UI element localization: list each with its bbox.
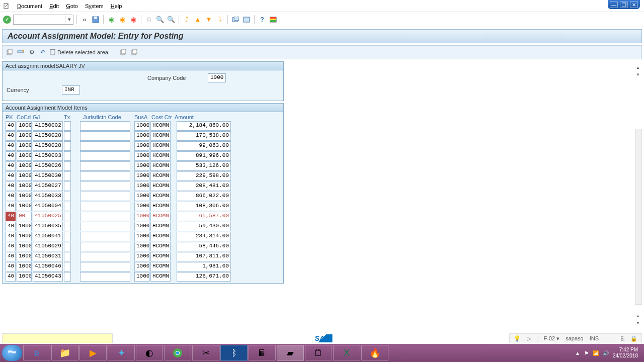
cell-cocd[interactable]: 1000 — [17, 171, 32, 181]
cell-pk[interactable]: 40 — [6, 182, 16, 191]
settings-icon[interactable]: ⚙ — [28, 48, 36, 56]
back-nav-icon[interactable]: ◉ — [107, 15, 116, 24]
cell-jur[interactable] — [80, 232, 130, 241]
save-icon[interactable] — [91, 15, 100, 24]
tray-network-icon[interactable]: 📶 — [593, 350, 599, 356]
table-row[interactable]: 401000410500021000HCOMN2,184,860.00 — [4, 121, 282, 131]
cell-amount[interactable]: 1,981.00 — [177, 262, 231, 272]
cell-cocd[interactable]: 1000 — [17, 252, 32, 261]
cell-busa[interactable]: 1000 — [134, 151, 149, 161]
cell-amount[interactable]: 170,538.00 — [177, 131, 231, 141]
cell-pk[interactable]: 40 — [6, 252, 16, 261]
cell-busa[interactable]: 1000 — [134, 242, 149, 251]
currency-field[interactable]: INR — [62, 85, 80, 95]
cell-gl[interactable]: 41050046 — [33, 262, 63, 272]
cell-tx[interactable] — [64, 232, 71, 241]
cell-pk[interactable]: 40 — [6, 192, 16, 201]
cell-amount[interactable]: 65,587.00 — [177, 212, 231, 221]
cell-cocd[interactable]: 1000 — [17, 131, 32, 141]
cell-tx[interactable] — [64, 262, 71, 272]
cell-gl[interactable]: 41050027 — [33, 182, 63, 191]
cell-gl[interactable]: 41050025 — [33, 212, 63, 221]
cell-amount[interactable]: 533,126.00 — [177, 161, 231, 171]
cell-jur[interactable] — [80, 141, 130, 151]
cell-amount[interactable]: 126,071.00 — [177, 272, 231, 282]
cell-amount[interactable]: 58,446.00 — [177, 242, 231, 251]
cell-cocd[interactable]: 1000 — [17, 161, 32, 171]
cell-busa[interactable]: 1000 — [134, 141, 149, 151]
cell-costctr[interactable]: HCOMN — [150, 121, 171, 131]
cell-tx[interactable] — [64, 192, 71, 201]
cell-pk[interactable]: 40 — [6, 171, 16, 181]
taskbar-media[interactable]: ▶ — [79, 345, 107, 361]
table-row[interactable]: 401000410500261000HCOMN533,126.00 — [4, 161, 282, 171]
cell-busa[interactable]: 1000 — [134, 262, 149, 272]
vertical-scrollbar[interactable] — [635, 129, 642, 305]
cell-costctr[interactable]: HCOMN — [150, 242, 171, 251]
cell-tx[interactable] — [64, 212, 71, 221]
cell-busa[interactable]: 1000 — [134, 202, 149, 211]
back-icon[interactable]: « — [80, 15, 89, 24]
cell-costctr[interactable]: HCOMN — [150, 182, 171, 191]
company-code-field[interactable]: 1000 — [208, 73, 226, 82]
page-scroll-down-icon[interactable]: ▼ — [636, 321, 640, 325]
paste-icon[interactable] — [130, 48, 138, 56]
cell-pk[interactable]: 40 — [6, 161, 16, 171]
restore-button[interactable]: ❐ — [620, 1, 628, 8]
cell-tx[interactable] — [64, 151, 71, 161]
cell-tx[interactable] — [64, 252, 71, 261]
cell-jur[interactable] — [80, 121, 130, 131]
cell-costctr[interactable]: HCOMN — [150, 262, 171, 272]
cell-busa[interactable]: 1000 — [134, 182, 149, 191]
cell-busa[interactable]: 1000 — [134, 252, 149, 261]
cell-gl[interactable]: 41050029 — [33, 242, 63, 251]
menu-system[interactable]: System — [85, 3, 104, 9]
cell-pk[interactable]: 40 — [6, 222, 16, 231]
undo-icon[interactable]: ↶ — [39, 48, 47, 56]
taskbar-bluetooth[interactable]: ᛒ — [220, 345, 248, 361]
cancel-icon[interactable]: ◉ — [129, 15, 138, 24]
page-scroll-up-icon[interactable]: ▲ — [636, 314, 640, 318]
table-row[interactable]: 401000410500291000HCOMN58,446.00 — [4, 242, 282, 251]
cell-tx[interactable] — [64, 161, 71, 171]
cell-amount[interactable]: 99,063.00 — [177, 141, 231, 151]
table-row[interactable]: 401000410500351000HCOMN59,430.00 — [4, 222, 282, 231]
taskbar-app2[interactable]: ◐ — [136, 345, 163, 361]
cell-costctr[interactable]: HCOMN — [150, 222, 171, 231]
cell-amount[interactable]: 284,814.00 — [177, 232, 231, 241]
print-icon[interactable]: ⎙ — [144, 15, 153, 24]
lock-icon[interactable]: 🔒 — [630, 335, 637, 342]
cell-pk[interactable]: 40 — [6, 141, 16, 151]
cell-jur[interactable] — [80, 252, 130, 261]
enter-icon[interactable]: ✓ — [3, 16, 11, 24]
layout-icon[interactable] — [269, 15, 278, 24]
cell-amount[interactable]: 2,184,860.00 — [177, 121, 231, 131]
prev-page-icon[interactable]: ▲ — [193, 15, 202, 24]
cell-gl[interactable]: 41050028 — [33, 141, 63, 151]
taskbar-app1[interactable]: ✦ — [108, 345, 135, 361]
table-row[interactable]: 4000410500251000HCOMN65,587.00 — [4, 212, 282, 221]
cell-gl[interactable]: 41050041 — [33, 232, 63, 241]
tray-action-icon[interactable]: ⚑ — [584, 350, 589, 356]
cell-jur[interactable] — [80, 222, 130, 231]
cell-costctr[interactable]: HCOMN — [150, 252, 171, 261]
table-row[interactable]: 401000410500301000HCOMN229,598.00 — [4, 171, 282, 181]
cell-pk[interactable]: 40 — [6, 202, 16, 211]
cell-gl[interactable]: 41050043 — [33, 272, 63, 282]
panel-scroll-up-icon[interactable]: ▲ — [636, 65, 640, 70]
cell-jur[interactable] — [80, 272, 130, 282]
table-row[interactable]: 401000410500281000HCOMN170,538.00 — [4, 131, 282, 141]
table-row[interactable]: 401000410500311000HCOMN107,811.00 — [4, 252, 282, 261]
find-next-icon[interactable]: 🔍 — [167, 15, 176, 24]
cell-pk[interactable]: 40 — [6, 212, 16, 221]
cell-gl[interactable]: 41050030 — [33, 171, 63, 181]
cell-costctr[interactable]: HCOMN — [150, 202, 171, 211]
taskbar-explorer[interactable]: 📁 — [51, 345, 78, 361]
next-page-icon[interactable]: ▼ — [204, 15, 213, 24]
taskbar-sap[interactable]: ▰ — [277, 345, 304, 361]
cell-costctr[interactable]: HCOMN — [150, 272, 171, 282]
cell-pk[interactable]: 40 — [6, 242, 16, 251]
table-row[interactable]: 401000410500431000HCOMN126,071.00 — [4, 272, 282, 282]
nav-arrow-icon[interactable]: ▷ — [527, 335, 531, 342]
cell-tx[interactable] — [64, 222, 71, 231]
